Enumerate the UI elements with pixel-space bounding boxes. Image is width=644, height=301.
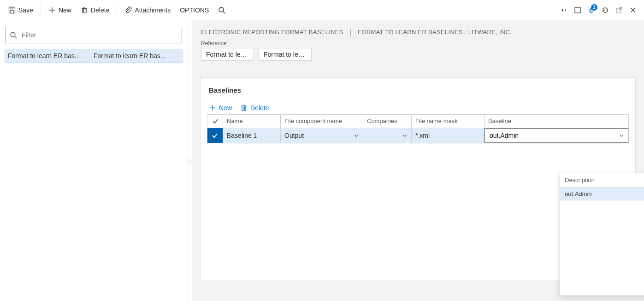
save-button[interactable]: Save	[4, 4, 38, 17]
popup-header: Description File name	[560, 173, 644, 187]
reference-group: Reference Format to lear... Format to le…	[192, 38, 644, 65]
breadcrumb: ELECTRONIC REPORTING FORMAT BASELINES | …	[192, 20, 644, 38]
baselines-grid: Name File component name Companies File …	[207, 114, 629, 143]
cell-file-component-value: Output	[284, 132, 304, 139]
separator	[117, 5, 117, 16]
svg-point-19	[11, 32, 15, 37]
delete-button[interactable]: Delete	[76, 4, 114, 17]
search-icon	[218, 6, 225, 14]
grid-delete-button[interactable]: Delete	[240, 104, 269, 112]
popup-row-description: out.Admin	[560, 187, 644, 201]
popup-body	[560, 201, 644, 295]
left-panel: Format to learn ER bas... Format to lear…	[0, 20, 188, 301]
grid-new-label: New	[219, 104, 232, 112]
svg-point-10	[219, 7, 224, 12]
filter-input[interactable]	[21, 31, 178, 39]
breadcrumb-root[interactable]: ELECTRONIC REPORTING FORMAT BASELINES	[201, 29, 343, 35]
plus-icon	[209, 104, 216, 112]
search-icon	[10, 31, 17, 39]
svg-line-11	[223, 12, 225, 13]
reference-field-1[interactable]: Format to lear...	[201, 48, 254, 61]
svg-rect-23	[242, 106, 246, 111]
svg-rect-1	[10, 7, 13, 9]
grid-delete-label: Delete	[250, 104, 269, 112]
separator	[41, 5, 41, 16]
trash-icon	[240, 104, 248, 112]
refresh-icon[interactable]	[602, 6, 609, 14]
card-title: Baselines	[209, 86, 629, 94]
select-all-checkbox[interactable]	[207, 115, 223, 128]
col-header-file-component[interactable]: File component name	[281, 115, 363, 128]
popup-row[interactable]: out.Admin out.Admin.xml	[560, 187, 644, 201]
splitter-handle[interactable]: ···	[188, 20, 192, 301]
list-col-2: Format to learn ER bas...	[94, 52, 180, 59]
office-icon[interactable]	[574, 6, 581, 14]
list-col-1: Format to learn ER bas...	[8, 52, 86, 59]
attachments-indicator-icon[interactable]: 1	[588, 6, 595, 14]
new-button[interactable]: New	[44, 4, 76, 17]
connected-apps-icon[interactable]	[560, 6, 567, 14]
new-label: New	[59, 6, 71, 14]
right-panel: ELECTRONIC REPORTING FORMAT BASELINES | …	[192, 20, 644, 301]
popup-col-description[interactable]: Description	[560, 173, 644, 187]
cell-mask-value: *.xml	[415, 132, 430, 139]
chevron-down-icon	[619, 133, 624, 138]
delete-label: Delete	[91, 6, 109, 14]
filter-input-wrap[interactable]	[6, 27, 182, 43]
col-header-companies[interactable]: Companies	[363, 115, 412, 128]
options-button[interactable]: OPTIONS	[175, 4, 213, 17]
svg-marker-13	[565, 9, 566, 12]
command-bar: Save New Delete Attachments OPTIONS	[0, 0, 644, 20]
chevron-down-icon	[402, 133, 408, 138]
col-header-baseline[interactable]: Baseline	[484, 115, 628, 128]
save-icon	[8, 6, 16, 14]
baseline-input[interactable]	[489, 131, 619, 140]
svg-marker-12	[561, 9, 563, 12]
close-icon[interactable]	[629, 6, 637, 14]
cell-baseline[interactable]	[484, 128, 628, 143]
attachments-button[interactable]: Attachments	[120, 4, 175, 17]
reference-label: Reference	[201, 40, 635, 47]
svg-rect-5	[83, 8, 86, 13]
list-item[interactable]: Format to learn ER bas... Format to lear…	[5, 49, 183, 63]
cell-name[interactable]: Baseline 1	[223, 128, 281, 143]
table-row: Baseline 1 Output	[207, 128, 628, 143]
plus-icon	[48, 6, 56, 14]
attachments-label: Attachments	[135, 6, 171, 14]
save-label: Save	[18, 6, 33, 14]
col-header-mask[interactable]: File name mask	[412, 115, 484, 128]
cell-file-component[interactable]: Output	[281, 128, 363, 143]
breadcrumb-current: FORMAT TO LEARN ER BASELINES : LITWARE, …	[358, 29, 512, 35]
svg-rect-14	[575, 7, 580, 13]
cell-mask[interactable]: *.xml	[412, 128, 484, 143]
row-select-checkbox[interactable]	[207, 128, 223, 143]
search-button[interactable]	[213, 4, 230, 17]
svg-line-20	[15, 36, 17, 38]
cell-name-value: Baseline 1	[227, 132, 257, 139]
cell-companies[interactable]	[363, 128, 412, 143]
svg-line-16	[619, 7, 622, 11]
baseline-lookup-popup: Description File name out.Admin out.Admi…	[560, 173, 644, 296]
grid-new-button[interactable]: New	[209, 104, 232, 112]
paperclip-icon	[124, 6, 132, 14]
options-label: OPTIONS	[180, 6, 209, 14]
trash-icon	[81, 6, 88, 14]
grid-header: Name File component name Companies File …	[207, 115, 628, 128]
reference-field-2[interactable]: Format to lear...	[259, 48, 312, 61]
svg-rect-2	[10, 11, 14, 13]
drag-dots-icon: ···	[189, 158, 191, 164]
popout-icon[interactable]	[615, 6, 623, 14]
badge-count: 1	[591, 4, 597, 11]
chevron-down-icon	[354, 133, 359, 138]
col-header-name[interactable]: Name	[223, 115, 281, 128]
breadcrumb-sep: |	[350, 29, 352, 35]
